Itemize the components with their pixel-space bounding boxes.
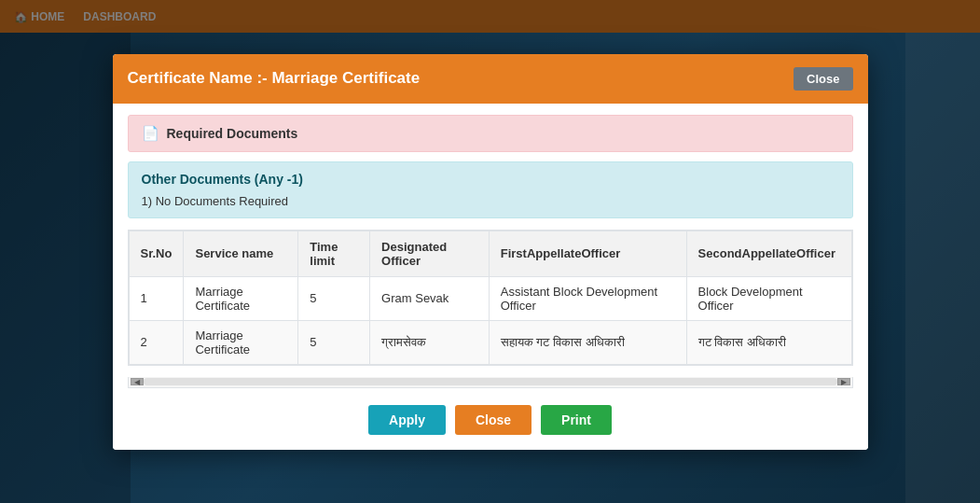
cell-second-appellate: गट विकास अधिकारी: [686, 320, 851, 364]
table-row: 1 Marriage Certificate 5 Gram Sevak Assi…: [129, 276, 851, 320]
modal-container: Certificate Name :- Marriage Certificate…: [113, 54, 868, 450]
horizontal-scrollbar[interactable]: ◀ ▶: [128, 377, 853, 388]
cell-designated-officer: Gram Sevak: [370, 276, 490, 320]
close-button[interactable]: Close: [455, 405, 531, 435]
service-table-wrapper: Sr.No Service name Time limit Designated…: [128, 230, 853, 366]
scroll-left-arrow[interactable]: ◀: [131, 378, 144, 385]
print-button[interactable]: Print: [541, 405, 612, 435]
modal-header: Certificate Name :- Marriage Certificate…: [113, 54, 868, 104]
service-table: Sr.No Service name Time limit Designated…: [129, 231, 852, 365]
required-docs-label: Required Documents: [167, 126, 298, 141]
col-service-name: Service name: [184, 231, 298, 276]
document-icon: 📄: [142, 125, 159, 142]
col-designated-officer: Designated Officer: [370, 231, 490, 276]
scrollbar-track: [144, 378, 837, 385]
required-docs-section: 📄 Required Documents: [128, 115, 853, 152]
cell-service-name: Marriage Certificate: [184, 276, 298, 320]
scroll-right-arrow[interactable]: ▶: [837, 378, 850, 385]
cell-first-appellate: Assistant Block Development Officer: [489, 276, 686, 320]
cell-first-appellate: सहायक गट विकास अधिकारी: [489, 320, 686, 364]
other-docs-section: Other Documents (Any -1) 1) No Documents…: [128, 161, 853, 218]
cell-designated-officer: ग्रामसेवक: [370, 320, 490, 364]
cell-sr-no: 2: [129, 320, 184, 364]
col-sr-no: Sr.No: [129, 231, 184, 276]
table-row: 2 Marriage Certificate 5 ग्रामसेवक सहायक…: [129, 320, 851, 364]
modal-body: 📄 Required Documents Other Documents (An…: [113, 104, 868, 450]
table-header-row: Sr.No Service name Time limit Designated…: [129, 231, 851, 276]
other-docs-content: 1) No Documents Required: [142, 194, 839, 208]
action-buttons: Apply Close Print: [128, 399, 853, 439]
cell-sr-no: 1: [129, 276, 184, 320]
table-body: 1 Marriage Certificate 5 Gram Sevak Assi…: [129, 276, 851, 364]
modal-close-button[interactable]: Close: [794, 67, 852, 91]
col-time-limit: Time limit: [298, 231, 370, 276]
cell-second-appellate: Block Development Officer: [686, 276, 851, 320]
apply-button[interactable]: Apply: [368, 405, 446, 435]
cell-time-limit: 5: [298, 320, 370, 364]
other-docs-title: Other Documents (Any -1): [142, 172, 839, 187]
col-first-appellate: FirstAppellateOfficer: [489, 231, 686, 276]
modal-title: Certificate Name :- Marriage Certificate: [128, 69, 421, 88]
col-second-appellate: SecondAppellateOfficer: [686, 231, 851, 276]
modal-overlay: Certificate Name :- Marriage Certificate…: [0, 0, 980, 503]
cell-time-limit: 5: [298, 276, 370, 320]
cell-service-name: Marriage Certificate: [184, 320, 298, 364]
